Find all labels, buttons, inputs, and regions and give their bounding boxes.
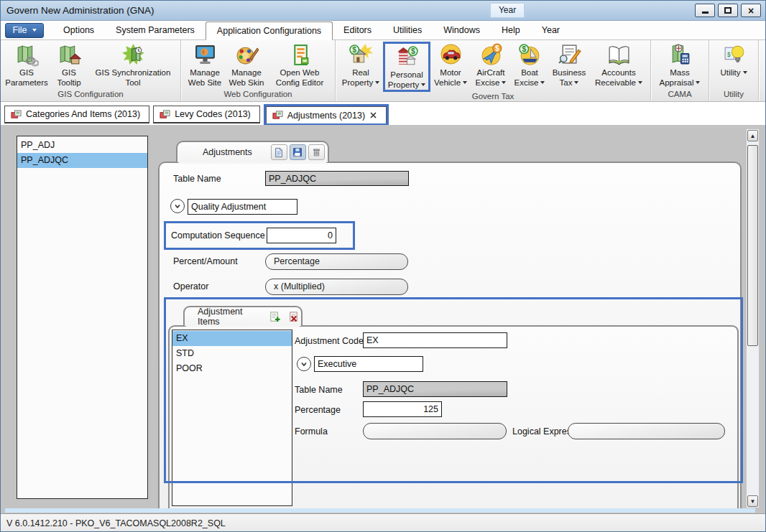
- description-field[interactable]: [188, 199, 297, 215]
- delete-record-button[interactable]: [285, 309, 301, 324]
- menu-item-application-configurations[interactable]: Application Configurations: [206, 22, 333, 40]
- ribbon-group-label: Utility: [709, 90, 758, 101]
- computation-sequence-field[interactable]: [267, 228, 336, 243]
- add-record-button[interactable]: [267, 309, 282, 324]
- ribbon-button-manage-web-site[interactable]: Manage Web Site: [184, 42, 226, 88]
- ribbon-button-label: AirCraft Excise: [476, 68, 505, 87]
- menu-item-options[interactable]: Options: [52, 21, 105, 39]
- file-menu-button[interactable]: File: [5, 23, 44, 38]
- operator-label: Operator: [173, 281, 208, 291]
- active-tab-highlight: Adjustments (2013): [264, 104, 389, 126]
- list-item[interactable]: STD: [172, 346, 292, 361]
- title-bar: Govern New Administration (GNA) Year ×: [1, 1, 765, 21]
- ribbon-button-manage-web-skin[interactable]: Manage Web Skin: [226, 42, 267, 88]
- computation-sequence-label: Computation Sequence: [171, 230, 265, 241]
- ribbon-button-gis-parameters[interactable]: GIS Parameters: [4, 42, 50, 88]
- adjustment-items-tab: Adjustment Items: [183, 306, 303, 326]
- dropdown-arrow-icon: [574, 81, 578, 84]
- percent-amount-field[interactable]: Percentage: [265, 253, 408, 270]
- scrollbar-thumb[interactable]: [747, 145, 758, 346]
- window-title: Govern New Administration (GNA): [6, 5, 154, 16]
- ribbon-button-aircraft-excise[interactable]: $ AirCraft Excise: [471, 42, 511, 88]
- content-area: PP_ADJ PP_ADJQC Adjustments: [1, 125, 765, 513]
- menu-item-system-parameters[interactable]: System Parameters: [105, 21, 206, 39]
- close-icon: ×: [748, 7, 754, 14]
- close-tab-icon[interactable]: [369, 111, 377, 119]
- ribbon-button-label: Real Property: [342, 68, 373, 87]
- list-item[interactable]: POOR: [172, 361, 292, 376]
- arrow-down-icon: ▼: [750, 498, 756, 505]
- titlebar-year-button[interactable]: Year: [490, 3, 525, 18]
- list-item-selected[interactable]: PP_ADJQC: [17, 153, 147, 168]
- ribbon-button-mass-appraisal[interactable]: Mass Appraisal: [654, 42, 706, 88]
- lightbulb-icon: $: [722, 43, 746, 67]
- ribbon-button-gis-tooltip[interactable]: GIS Tooltip: [50, 42, 88, 88]
- ribbon-button-label: Manage Web Skin: [229, 68, 264, 87]
- ribbon-button-motor-vehicle[interactable]: Motor Vehicle: [430, 42, 471, 88]
- percentage-field[interactable]: [363, 401, 442, 417]
- new-document-button[interactable]: [271, 144, 287, 160]
- ribbon-button-label: GIS Synchronization Tool: [96, 68, 171, 87]
- open-book-icon: [607, 43, 631, 67]
- item-description-field[interactable]: [314, 356, 423, 372]
- document-tab-bar: Categories And Items (2013) Levy Codes (…: [1, 102, 765, 125]
- ribbon-button-label: Motor Vehicle: [434, 68, 461, 87]
- menu-item-year[interactable]: Year: [531, 21, 571, 39]
- ribbon-button-personal-property[interactable]: $ Personal Property: [385, 44, 428, 90]
- adjustment-items-list: EX STD POOR: [172, 330, 292, 506]
- version-text: V 6.0.1412.210 - PKO_V6_TACOMASQL2008R2_…: [6, 518, 226, 528]
- scroll-down-button[interactable]: ▼: [747, 495, 758, 507]
- tab-label: Levy Codes (2013): [175, 109, 251, 119]
- ribbon-button-utility[interactable]: $ Utility: [712, 42, 755, 78]
- logical-expression-field[interactable]: [568, 423, 725, 439]
- tab-cards-icon: [160, 109, 170, 120]
- ribbon-button-label: Utility: [720, 68, 740, 77]
- delete-button[interactable]: [308, 144, 325, 160]
- chevron-down-icon: [173, 202, 182, 210]
- list-item[interactable]: PP_ADJ: [17, 138, 147, 153]
- ribbon-button-accounts-receivable[interactable]: Accounts Receivable: [590, 42, 647, 88]
- menu-item-editors[interactable]: Editors: [333, 21, 382, 39]
- adjustments-panel: Adjustments Table Name PP: [158, 141, 742, 508]
- map-sync-icon: [121, 43, 145, 67]
- plane-dollar-icon: $: [479, 43, 503, 67]
- list-item-selected[interactable]: EX: [172, 331, 292, 346]
- menu-item-windows[interactable]: Windows: [433, 21, 491, 39]
- panel-title: Adjustments: [203, 147, 252, 157]
- ribbon-button-real-property[interactable]: $ Real Property: [338, 42, 383, 88]
- scroll-up-button[interactable]: ▲: [747, 130, 758, 141]
- tab-label: Adjustments (2013): [287, 111, 365, 121]
- ribbon-button-label: GIS Parameters: [5, 68, 47, 87]
- ribbon-button-label: GIS Tooltip: [57, 68, 80, 87]
- save-button[interactable]: [290, 144, 306, 160]
- formula-field[interactable]: [363, 423, 507, 439]
- adjustment-code-field[interactable]: [363, 332, 507, 348]
- house-dollar-icon: $: [349, 43, 373, 67]
- minimize-button[interactable]: [695, 4, 715, 17]
- ribbon-button-gis-synchronization-tool[interactable]: GIS Synchronization Tool: [88, 42, 177, 88]
- operator-field[interactable]: x (Multiplied): [265, 279, 408, 295]
- tab-adjustments[interactable]: Adjustments (2013): [266, 106, 387, 123]
- close-button[interactable]: ×: [741, 4, 761, 17]
- expand-description-button[interactable]: [170, 199, 185, 213]
- ribbon-button-boat-excise[interactable]: $ Boat Excise: [511, 42, 548, 88]
- ribbon-button-business-tax[interactable]: Business Tax: [548, 42, 590, 88]
- table-name-field: PP_ADJQC: [265, 171, 409, 186]
- ribbon-button-open-web-config-editor[interactable]: Open Web Config Editor: [267, 42, 332, 88]
- tab-cards-icon: [11, 109, 22, 120]
- vertical-scrollbar[interactable]: ▲ ▼: [746, 129, 760, 508]
- tab-levy-codes[interactable]: Levy Codes (2013): [153, 106, 260, 123]
- add-record-icon: [269, 311, 281, 323]
- maximize-button[interactable]: [718, 4, 738, 17]
- menu-item-help[interactable]: Help: [491, 21, 531, 39]
- expand-description-button[interactable]: [297, 357, 311, 371]
- menu-item-utilities[interactable]: Utilities: [382, 21, 433, 39]
- svg-text:$: $: [410, 47, 415, 55]
- dropdown-arrow-icon: [463, 81, 467, 84]
- new-document-icon: [274, 147, 284, 158]
- table-name-label: Table Name: [295, 385, 343, 395]
- tab-categories-and-items[interactable]: Categories And Items (2013): [4, 106, 149, 123]
- personal-property-highlight: $ Personal Property: [383, 42, 430, 92]
- ribbon-group-label: CAMA: [651, 90, 709, 101]
- svg-text:$: $: [522, 45, 526, 53]
